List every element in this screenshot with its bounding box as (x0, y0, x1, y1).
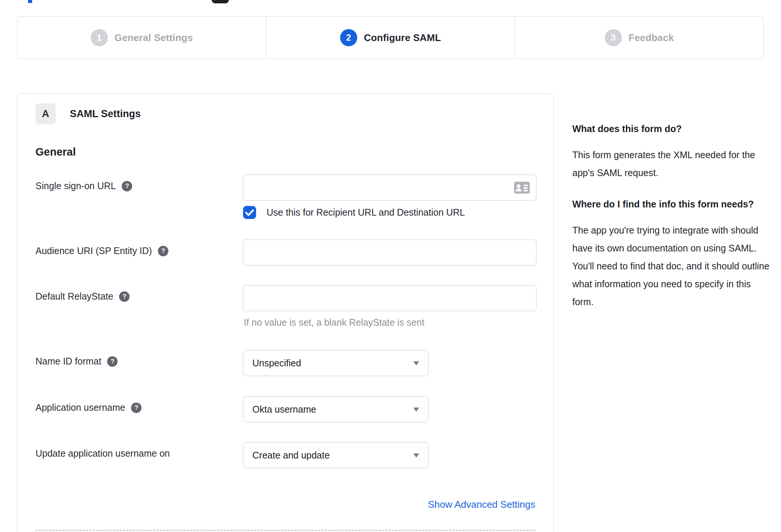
field-label-cell: Default RelayState? (35, 285, 243, 328)
single-sign-on-url-label: Single sign-on URL (35, 181, 116, 191)
relaystate-hint-text: If no value is set, a blank RelayState i… (243, 317, 536, 328)
name-id-format-select[interactable]: Unspecified (243, 350, 429, 376)
clipped-title-fragment (28, 0, 32, 3)
step-3-label: Feedback (629, 32, 674, 44)
sidebar-body-what: This form generates the XML needed for t… (572, 146, 769, 182)
help-icon[interactable]: ? (122, 181, 132, 191)
section-a-badge: A (35, 103, 56, 124)
help-sidebar: What does this form do? This form genera… (572, 122, 769, 326)
wizard-stepper: 1 General Settings 2 Configure SAML 3 Fe… (17, 16, 764, 59)
saml-settings-panel: A SAML Settings General Single sign-on U… (17, 93, 554, 532)
step-general-settings[interactable]: 1 General Settings (18, 17, 266, 59)
field-label-cell: Name ID format? (35, 350, 243, 376)
form-row-update-username-on: Update application username on Create an… (35, 442, 535, 468)
update-username-on-select[interactable]: Create and update (243, 442, 429, 468)
field-control-cell: Create and update (243, 442, 535, 468)
chevron-down-icon (413, 361, 419, 365)
field-control-cell: If no value is set, a blank RelayState i… (243, 285, 536, 328)
application-username-select[interactable]: Okta username (243, 396, 429, 422)
form-row-name-id-format: Name ID format? Unspecified (35, 350, 535, 376)
step-1-number-badge: 1 (91, 29, 108, 46)
form-row-single-sign-on-url: Single sign-on URL? (35, 175, 535, 219)
step-3-number-badge: 3 (605, 29, 622, 46)
form-row-audience-uri: Audience URI (SP Entity ID)? (35, 240, 535, 266)
clipped-header-fragment (212, 0, 229, 3)
single-sign-on-url-input[interactable] (243, 175, 536, 201)
default-relaystate-input[interactable] (243, 285, 536, 311)
advanced-settings-row: Show Advanced Settings (35, 499, 535, 510)
sidebar-heading-where: Where do I find the info this form needs… (572, 197, 769, 211)
checkmark-icon (245, 209, 254, 216)
update-username-on-label: Update application username on (35, 448, 170, 459)
audience-uri-input[interactable] (243, 240, 536, 266)
sidebar-heading-what: What does this form do? (572, 122, 769, 135)
field-control-cell: Okta username (243, 396, 535, 422)
audience-uri-label: Audience URI (SP Entity ID) (35, 245, 152, 256)
step-feedback[interactable]: 3 Feedback (515, 17, 763, 59)
step-configure-saml[interactable]: 2 Configure SAML (266, 17, 514, 59)
help-icon[interactable]: ? (107, 356, 118, 367)
step-2-number-badge: 2 (340, 29, 357, 46)
field-label-cell: Audience URI (SP Entity ID)? (35, 240, 243, 266)
form-row-default-relaystate: Default RelayState? If no value is set, … (35, 285, 535, 328)
application-username-value: Okta username (252, 404, 316, 415)
field-label-cell: Single sign-on URL? (35, 175, 243, 219)
contact-card-icon (514, 182, 530, 194)
help-icon[interactable]: ? (119, 291, 130, 302)
chevron-down-icon (413, 407, 419, 411)
recipient-url-checkbox[interactable] (243, 206, 256, 219)
step-2-label: Configure SAML (364, 32, 441, 44)
field-control-cell: Use this for Recipient URL and Destinati… (243, 175, 536, 219)
field-control-cell: Unspecified (243, 350, 535, 376)
section-dashed-divider (35, 530, 535, 531)
chevron-down-icon (413, 453, 419, 457)
field-label-cell: Application username? (35, 396, 243, 422)
name-id-format-label: Name ID format (35, 356, 101, 366)
form-row-application-username: Application username? Okta username (35, 396, 535, 422)
general-section-title: General (35, 146, 535, 158)
sidebar-body-where: The app you're trying to integrate with … (572, 221, 769, 311)
field-label-cell: Update application username on (35, 442, 243, 468)
name-id-format-value: Unspecified (252, 358, 301, 369)
application-username-label: Application username (35, 402, 125, 413)
recipient-url-checkbox-row: Use this for Recipient URL and Destinati… (243, 206, 536, 219)
step-1-label: General Settings (115, 32, 193, 44)
help-icon[interactable]: ? (158, 246, 168, 256)
update-username-on-value: Create and update (252, 450, 330, 461)
recipient-url-checkbox-label: Use this for Recipient URL and Destinati… (267, 207, 465, 218)
field-control-cell (243, 240, 536, 266)
help-icon[interactable]: ? (131, 403, 141, 413)
default-relaystate-label: Default RelayState (35, 291, 113, 301)
panel-title: SAML Settings (70, 108, 141, 120)
panel-header: A SAML Settings (28, 103, 535, 124)
show-advanced-settings-link[interactable]: Show Advanced Settings (428, 499, 535, 510)
